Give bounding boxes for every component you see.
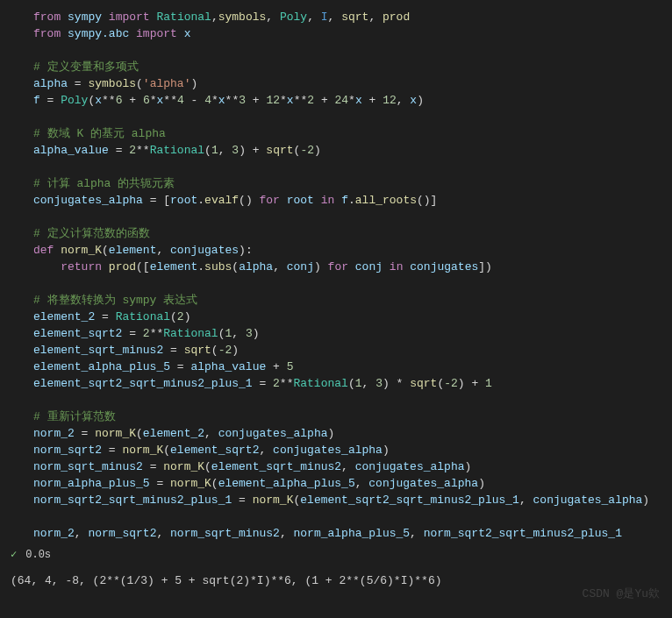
code-line: norm_alpha_plus_5 = norm_K(element_alpha… (33, 475, 672, 492)
code-line: alpha = symbols('alpha') (33, 75, 672, 92)
code-line: element_sqrt2_sqrt_minus2_plus_1 = 2**Ra… (33, 375, 672, 392)
code-comment: # 重新计算范数 (33, 408, 672, 425)
code-line: f = Poly(x**6 + 6*x**4 - 4*x**3 + 12*x**… (33, 92, 672, 109)
code-line: conjugates_alpha = [root.evalf() for roo… (33, 192, 672, 209)
code-line: element_sqrt2 = 2**Rational(1, 3) (33, 325, 672, 342)
code-line: norm_2, norm_sqrt2, norm_sqrt_minus2, no… (33, 525, 672, 542)
code-comment: # 定义计算范数的函数 (33, 225, 672, 242)
check-icon: ✓ (11, 547, 17, 564)
code-line: element_sqrt_minus2 = sqrt(-2) (33, 342, 672, 359)
code-line: norm_sqrt2 = norm_K(element_sqrt2, conju… (33, 442, 672, 458)
code-line: from sympy.abc import x (33, 25, 672, 42)
execution-status: ✓ 0.0s (0, 542, 672, 567)
execution-time: 0.0s (25, 547, 51, 564)
code-line: element_alpha_plus_5 = alpha_value + 5 (33, 359, 672, 375)
code-line: norm_sqrt2_sqrt_minus2_plus_1 = norm_K(e… (33, 492, 672, 508)
code-comment: # 数域 K 的基元 alpha (33, 125, 672, 142)
code-line: return prod([element.subs(alpha, conj) f… (33, 259, 672, 275)
code-comment: # 计算 alpha 的共轭元素 (33, 175, 672, 192)
code-comment: # 将整数转换为 sympy 表达式 (33, 292, 672, 309)
cell-output: (64, 4, -8, (2**(1/3) + 5 + sqrt(2)*I)**… (0, 567, 672, 596)
code-comment: # 定义变量和多项式 (33, 59, 672, 75)
code-editor[interactable]: from sympy import Rational,symbols, Poly… (0, 0, 672, 542)
code-line: element_2 = Rational(2) (33, 309, 672, 325)
code-line: def norm_K(element, conjugates): (33, 242, 672, 259)
code-line: from sympy import Rational,symbols, Poly… (33, 9, 672, 25)
code-line: norm_2 = norm_K(element_2, conjugates_al… (33, 425, 672, 442)
code-line: norm_sqrt_minus2 = norm_K(element_sqrt_m… (33, 458, 672, 475)
code-line: alpha_value = 2**Rational(1, 3) + sqrt(-… (33, 142, 672, 159)
